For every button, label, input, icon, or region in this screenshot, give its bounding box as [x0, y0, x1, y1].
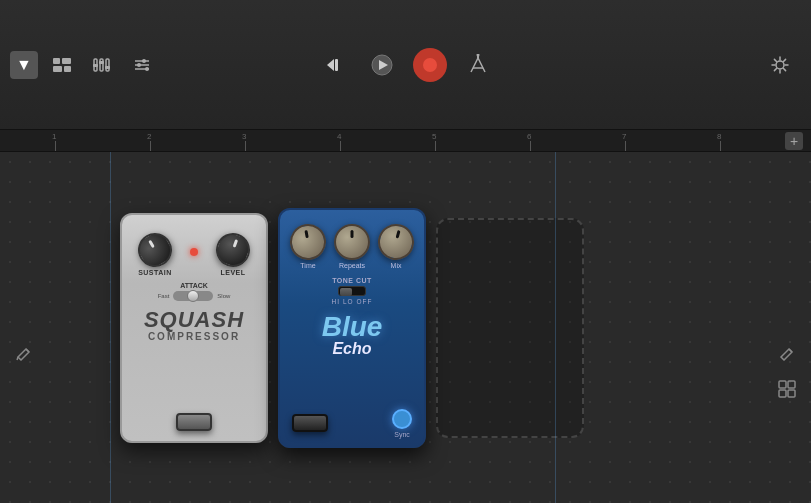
timeline-ruler: 1 2 3 4 5 6 7 8 +: [0, 130, 811, 152]
rewind-button[interactable]: [317, 48, 351, 82]
dropdown-arrow-icon: ▼: [16, 56, 32, 74]
svg-line-26: [789, 349, 792, 352]
hi-lo-off-label: HI LO OFF: [332, 298, 373, 305]
svg-rect-27: [779, 381, 786, 388]
track-icon: [52, 57, 72, 73]
eq-icon: [132, 57, 152, 73]
svg-rect-29: [779, 390, 786, 397]
mixer-button[interactable]: [86, 49, 118, 81]
level-knob[interactable]: [211, 228, 255, 272]
led-group: [190, 248, 198, 276]
svg-point-15: [145, 67, 149, 71]
track-view-button[interactable]: [46, 49, 78, 81]
svg-rect-8: [99, 61, 104, 64]
pencil2-icon: [779, 345, 795, 361]
transport-controls: [317, 48, 495, 82]
tone-cut-thumb: [340, 288, 352, 296]
ruler-tick: [720, 141, 721, 151]
blue-echo-pedal: Time Repeats Mix TONE CUT HI LO OFF Blue…: [278, 208, 426, 448]
mix-label: Mix: [391, 262, 402, 269]
ruler-tick: [625, 141, 626, 151]
dropdown-button[interactable]: ▼: [10, 51, 38, 79]
attack-slider[interactable]: [173, 291, 213, 301]
svg-rect-2: [53, 66, 62, 72]
level-knob-group: LEVEL: [216, 233, 250, 276]
ruler-tick: [150, 141, 151, 151]
repeats-label: Repeats: [339, 262, 365, 269]
svg-rect-1: [62, 58, 71, 64]
repeats-knob[interactable]: [334, 224, 370, 260]
record-dot-icon: [423, 58, 437, 72]
tuner-icon: [467, 54, 489, 76]
attack-slider-row: Fast Slow: [158, 291, 231, 301]
svg-rect-28: [788, 381, 795, 388]
slow-label: Slow: [217, 293, 230, 299]
mix-knob-group: Mix: [378, 224, 414, 269]
time-label: Time: [300, 262, 315, 269]
pencil-icon: [16, 345, 32, 361]
sync-circle-icon: [392, 409, 412, 429]
attack-label: ATTACK: [180, 282, 208, 289]
record-button[interactable]: [413, 48, 447, 82]
add-track-button[interactable]: +: [785, 132, 803, 150]
pedalboard: SUSTAIN LEVEL ATTACK Fast Slow SQUASH CO: [0, 152, 811, 503]
settings-button[interactable]: [764, 49, 796, 81]
svg-rect-3: [64, 66, 71, 72]
svg-rect-5: [100, 59, 103, 71]
gear-icon: [769, 54, 791, 76]
ruler-mark-1: 1: [52, 132, 56, 141]
ruler-tick: [245, 141, 246, 151]
echo-brand-name: Blue: [322, 313, 383, 341]
ruler-mark-2: 2: [147, 132, 151, 141]
repeats-knob-group: Repeats: [334, 224, 370, 269]
toolbar: ▼: [0, 0, 811, 130]
echo-knobs: Time Repeats Mix: [290, 224, 414, 269]
sync-label: Sync: [394, 431, 410, 438]
tone-cut-switch[interactable]: [338, 286, 366, 296]
pencil-tool-right-button[interactable]: [773, 339, 801, 367]
ruler-mark-5: 5: [432, 132, 436, 141]
sustain-label: SUSTAIN: [138, 269, 172, 276]
ruler-tick: [530, 141, 531, 151]
sustain-knob-group: SUSTAIN: [138, 233, 172, 276]
ruler-mark-8: 8: [717, 132, 721, 141]
squash-footswitch[interactable]: [176, 413, 212, 431]
fast-label: Fast: [158, 293, 170, 299]
svg-point-14: [142, 59, 146, 63]
play-button[interactable]: [365, 48, 399, 82]
tuner-button[interactable]: [461, 48, 495, 82]
tone-cut-section: TONE CUT HI LO OFF: [288, 277, 416, 305]
squash-brand-type: COMPRESSOR: [144, 331, 244, 342]
power-led: [190, 248, 198, 256]
ruler-tick: [55, 141, 56, 151]
svg-marker-16: [327, 59, 334, 71]
svg-point-23: [776, 61, 784, 69]
time-knob[interactable]: [287, 221, 329, 263]
toolbar-left: ▼: [10, 49, 158, 81]
tone-cut-label: TONE CUT: [332, 277, 372, 284]
ruler-mark-7: 7: [622, 132, 626, 141]
pencil-tool-button[interactable]: [10, 339, 38, 367]
svg-rect-6: [106, 59, 109, 71]
mixer-icon: [92, 57, 112, 73]
level-label: LEVEL: [220, 269, 245, 276]
svg-point-22: [476, 54, 479, 57]
echo-footer: Sync: [288, 409, 416, 438]
ruler-mark-4: 4: [337, 132, 341, 141]
grid-icon: [778, 380, 796, 398]
time-knob-group: Time: [290, 224, 326, 269]
grid-view-button[interactable]: [773, 375, 801, 403]
mix-knob[interactable]: [374, 219, 418, 263]
eq-button[interactable]: [126, 49, 158, 81]
sustain-knob[interactable]: [132, 226, 178, 272]
svg-line-25: [17, 357, 18, 360]
svg-line-24: [26, 349, 29, 352]
squash-brand-name: SQUASH: [144, 309, 244, 331]
svg-rect-7: [93, 64, 98, 67]
svg-rect-17: [335, 59, 338, 71]
echo-brand-type: Echo: [322, 341, 383, 357]
sync-button[interactable]: Sync: [392, 409, 412, 438]
echo-footswitch[interactable]: [292, 414, 328, 432]
empty-pedal-slot[interactable]: [436, 218, 584, 438]
attack-slider-thumb: [187, 290, 199, 302]
